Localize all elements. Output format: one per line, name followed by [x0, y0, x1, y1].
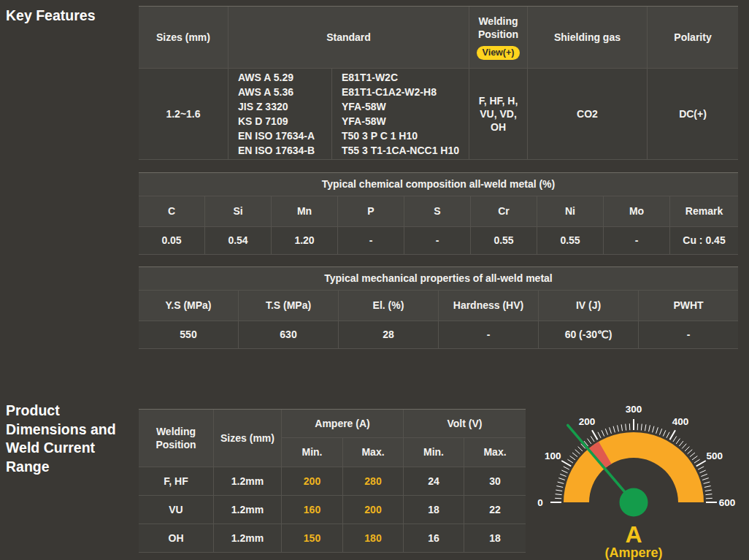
- chem-value: 0.55: [471, 227, 537, 255]
- standard-class: E81T1-W2C: [342, 70, 398, 85]
- mech-value: 28: [339, 321, 439, 349]
- mech-header: IV (J): [539, 291, 639, 321]
- chem-header: C: [139, 196, 205, 227]
- cr-volt-min: 18: [404, 496, 464, 524]
- svg-text:0: 0: [537, 497, 543, 508]
- cr-volt-min: 24: [404, 467, 464, 496]
- cr-header-ampere-min: Min.: [282, 438, 343, 467]
- col-header-standard: Standard: [228, 7, 469, 69]
- standard-class: YFA-58W: [342, 114, 386, 129]
- svg-text:100: 100: [545, 450, 561, 461]
- current-range-table: Welding Position Sizes (mm) Ampere (A) V…: [139, 409, 526, 553]
- col-header-polarity: Polarity: [648, 7, 738, 69]
- cr-ampere-min: 200: [282, 467, 343, 496]
- mech-header: PWHT: [639, 291, 738, 321]
- mech-header: El. (%): [339, 291, 439, 321]
- standard-class: E81T1-C1A2-W2-H8: [342, 85, 437, 99]
- chem-value: -: [338, 227, 404, 255]
- chem-header: S: [404, 196, 471, 227]
- standard-spec: AWS A 5.36: [238, 85, 293, 99]
- gauge-unit-label: A: [625, 521, 642, 548]
- gauge-unit-caption: (Ampere): [604, 545, 662, 560]
- svg-text:500: 500: [707, 450, 723, 461]
- cr-header-ampere: Ampere (A): [282, 410, 404, 438]
- welding-position-value: F, HF, H, VU, VD, OH: [469, 69, 528, 160]
- mech-value: 550: [139, 321, 239, 349]
- col-header-sizes: Sizes (mm): [139, 7, 228, 69]
- cr-header-volt: Volt (V): [404, 410, 526, 438]
- mech-value: 630: [239, 321, 339, 349]
- sizes-value: 1.2~1.6: [139, 69, 228, 160]
- cr-size: 1.2mm: [214, 496, 282, 524]
- cr-ampere-max: 200: [343, 496, 404, 524]
- cr-position: VU: [139, 496, 214, 524]
- mech-value: -: [439, 321, 539, 349]
- chem-value: 0.54: [205, 227, 272, 255]
- cr-ampere-max: 180: [343, 524, 404, 553]
- cr-header-sizes: Sizes (mm): [214, 410, 282, 467]
- mech-value: 60 (-30℃): [539, 321, 639, 349]
- polarity-value: DC(+): [648, 69, 738, 160]
- chem-value: 0.55: [537, 227, 604, 255]
- svg-text:400: 400: [672, 416, 689, 427]
- mechanical-properties-table: Typical mechanical properties of all-wel…: [139, 266, 738, 349]
- view-plus-button[interactable]: View(+): [477, 46, 521, 60]
- chem-header: Mo: [604, 196, 670, 227]
- cr-header-volt-min: Min.: [404, 438, 464, 467]
- cr-ampere-max: 280: [343, 467, 404, 496]
- standard-spec: JIS Z 3320: [238, 99, 288, 114]
- standard-class: T55 3 T1-1CA-NCC1 H10: [342, 143, 459, 158]
- col-header-welding-position: Welding Position View(+): [469, 7, 528, 69]
- mech-header: Hardness (HV): [439, 291, 539, 321]
- mech-value: -: [639, 321, 738, 349]
- cr-size: 1.2mm: [214, 524, 282, 553]
- chem-header: Si: [205, 196, 272, 227]
- cr-position: OH: [139, 524, 214, 553]
- section-title-product-dimensions: Product Dimensions and Weld Current Rang…: [6, 402, 131, 477]
- chem-table-caption: Typical chemical composition all-weld me…: [139, 173, 738, 196]
- gauge-dial: 0100200300400500600: [537, 404, 735, 517]
- standard-class: YFA-58W: [342, 99, 386, 114]
- chem-value: -: [604, 227, 670, 255]
- standard-spec: EN ISO 17634-A: [238, 129, 315, 143]
- ampere-gauge: 0100200300400500600 A (Ampere): [533, 403, 749, 560]
- cr-volt-max: 22: [464, 496, 526, 524]
- cr-header-ampere-max: Max.: [343, 438, 404, 467]
- cr-size: 1.2mm: [214, 467, 282, 496]
- chem-header: Cr: [471, 196, 537, 227]
- chem-value: 1.20: [272, 227, 338, 255]
- chemical-composition-table: Typical chemical composition all-weld me…: [139, 172, 738, 255]
- mech-header: T.S (MPa): [239, 291, 339, 321]
- col-header-shielding-gas: Shielding gas: [528, 7, 648, 69]
- welding-position-label: Welding Position: [472, 15, 524, 41]
- svg-text:200: 200: [579, 416, 596, 427]
- chem-header: P: [338, 196, 404, 227]
- chem-value: 0.05: [139, 227, 205, 255]
- cr-volt-max: 18: [464, 524, 526, 553]
- chem-header: Mn: [272, 196, 338, 227]
- cr-ampere-min: 160: [282, 496, 343, 524]
- section-title-key-features: Key Features: [6, 7, 137, 26]
- standard-spec-list: AWS A 5.29 AWS A 5.36 JIS Z 3320 KS D 71…: [228, 69, 332, 160]
- mech-table-caption: Typical mechanical properties of all-wel…: [139, 267, 738, 291]
- standard-class: T50 3 P C 1 H10: [342, 129, 418, 143]
- cr-header-welding-position: Welding Position: [139, 410, 214, 467]
- standard-spec: EN ISO 17634-B: [238, 143, 315, 158]
- cr-volt-min: 16: [404, 524, 464, 553]
- standard-spec: KS D 7109: [238, 114, 288, 129]
- svg-text:600: 600: [719, 497, 736, 508]
- cr-volt-max: 30: [464, 467, 526, 496]
- product-spec-page: Key Features Sizes (mm) Standard Welding…: [0, 0, 749, 560]
- standard-spec: AWS A 5.29: [238, 70, 293, 85]
- standard-class-list: E81T1-W2C E81T1-C1A2-W2-H8 YFA-58W YFA-5…: [332, 69, 469, 160]
- key-features-table: Sizes (mm) Standard Welding Position Vie…: [139, 6, 738, 160]
- chem-value: Cu : 0.45: [670, 227, 738, 255]
- cr-header-volt-max: Max.: [464, 438, 526, 467]
- cr-position: F, HF: [139, 467, 214, 496]
- mech-header: Y.S (MPa): [139, 291, 239, 321]
- shielding-gas-value: CO2: [528, 69, 648, 160]
- chem-header: Remark: [670, 196, 738, 227]
- svg-text:300: 300: [626, 404, 642, 415]
- chem-value: -: [404, 227, 471, 255]
- cr-ampere-min: 150: [282, 524, 343, 553]
